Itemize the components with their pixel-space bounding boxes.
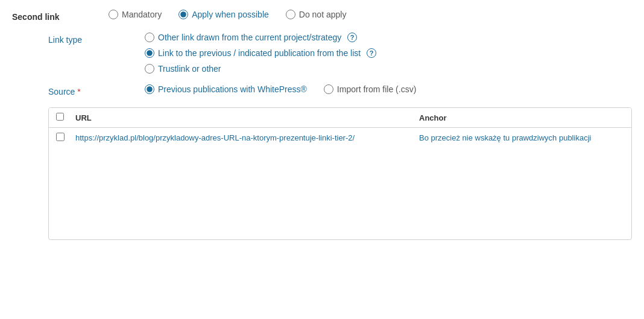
radio-previous-publications[interactable] — [145, 84, 154, 94]
source-row: Source Previous publications with WhiteP… — [12, 84, 632, 96]
table-row: https://przyklad.pl/blog/przykladowy-adr… — [49, 128, 631, 148]
label-trustlink: Trustlink or other — [158, 64, 221, 74]
second-link-row: Second link Mandatory Apply when possibl… — [12, 10, 632, 22]
label-other-link: Other link drawn from the current projec… — [158, 33, 341, 42]
link-type-label: Link type — [48, 33, 145, 45]
td-url[interactable]: https://przyklad.pl/blog/przykladowy-adr… — [75, 133, 419, 142]
option-apply-when-possible[interactable]: Apply when possible — [178, 10, 269, 19]
label-mandatory: Mandatory — [122, 10, 162, 19]
radio-apply-when-possible[interactable] — [178, 10, 188, 19]
radio-trustlink[interactable] — [145, 64, 154, 74]
source-options: Previous publications with WhitePress® I… — [145, 84, 416, 94]
th-anchor: Anchor — [419, 113, 624, 122]
radio-import-from-file[interactable] — [324, 84, 333, 94]
table-header: URL Anchor — [49, 108, 631, 128]
label-import-from-file: Import from file (.csv) — [337, 84, 416, 94]
option-do-not-apply[interactable]: Do not apply — [286, 10, 347, 19]
option-import-from-file[interactable]: Import from file (.csv) — [324, 84, 416, 94]
option-mandatory[interactable]: Mandatory — [109, 10, 162, 19]
select-all-checkbox[interactable] — [56, 113, 64, 121]
label-link-to-previous: Link to the previous / indicated publica… — [158, 48, 361, 58]
radio-other-link[interactable] — [145, 33, 154, 42]
applicability-options: Mandatory Apply when possible Do not app… — [109, 10, 346, 19]
td-checkbox — [56, 133, 75, 143]
radio-mandatory[interactable] — [109, 10, 118, 19]
page-container: Second link Mandatory Apply when possibl… — [0, 0, 644, 250]
link-type-options: Other link drawn from the current projec… — [145, 33, 376, 74]
option-other-link[interactable]: Other link drawn from the current projec… — [145, 33, 376, 42]
link-type-row: Link type Other link drawn from the curr… — [12, 33, 632, 74]
label-apply-when-possible: Apply when possible — [192, 10, 269, 19]
row-checkbox[interactable] — [56, 133, 65, 141]
option-link-to-previous[interactable]: Link to the previous / indicated publica… — [145, 48, 376, 58]
option-previous-publications[interactable]: Previous publications with WhitePress® — [145, 84, 307, 94]
url-table: URL Anchor https://przyklad.pl/blog/przy… — [48, 107, 632, 240]
second-link-label: Second link — [12, 10, 109, 22]
th-checkbox — [56, 113, 75, 122]
radio-do-not-apply[interactable] — [286, 10, 295, 19]
label-previous-publications: Previous publications with WhitePress® — [158, 84, 307, 94]
label-do-not-apply: Do not apply — [299, 10, 347, 19]
help-icon-other-link[interactable]: ? — [347, 33, 357, 42]
source-label: Source — [48, 84, 145, 96]
help-icon-link-to-previous[interactable]: ? — [367, 48, 376, 58]
radio-link-to-previous[interactable] — [145, 48, 154, 58]
option-trustlink[interactable]: Trustlink or other — [145, 64, 376, 74]
td-anchor: Bo przecież nie wskażę tu prawdziwych pu… — [419, 133, 624, 142]
th-url: URL — [75, 113, 419, 122]
